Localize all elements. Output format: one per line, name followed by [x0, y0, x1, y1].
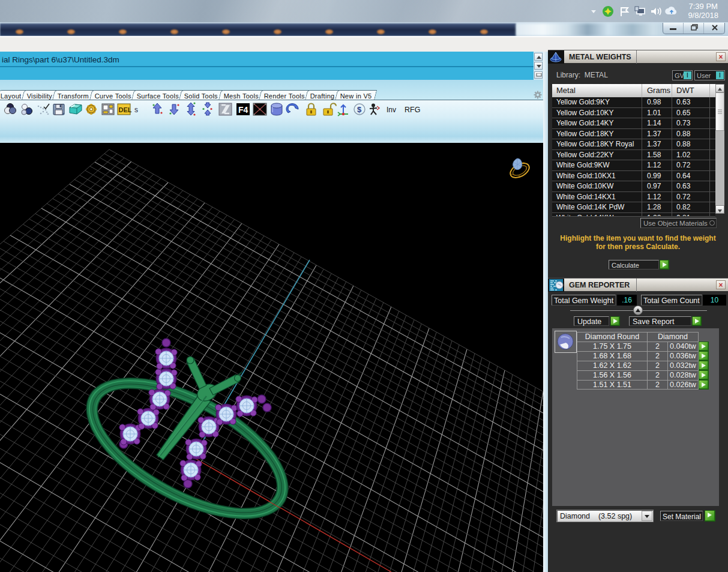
- svg-text:RFG: RFG: [405, 106, 420, 114]
- svg-text:DEL: DEL: [119, 106, 132, 113]
- svg-text:$: $: [357, 105, 362, 114]
- svg-text:s: s: [134, 106, 138, 114]
- svg-text:F4: F4: [238, 105, 248, 115]
- svg-text:Inv: Inv: [387, 106, 396, 114]
